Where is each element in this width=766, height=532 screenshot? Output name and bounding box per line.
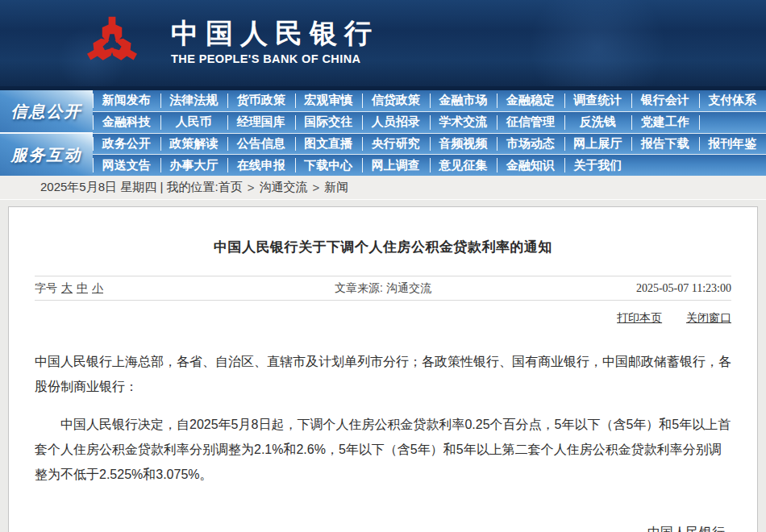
nav-item[interactable]: 金融稳定 — [497, 90, 564, 111]
nav-item[interactable]: 反洗钱 — [564, 112, 632, 133]
nav-item[interactable]: 金融市场 — [430, 90, 497, 111]
nav-item[interactable]: 支付体系 — [699, 90, 766, 111]
nav-item[interactable]: 人民币 — [160, 112, 228, 133]
nav-row-3: 政务公开 政策解读 公告信息 图文直播 央行研究 音频视频 市场动态 网上展厅 … — [93, 134, 766, 155]
nav-item[interactable]: 音频视频 — [430, 134, 497, 155]
nav-item[interactable]: 图文直播 — [295, 134, 363, 155]
nav-item[interactable]: 金融科技 — [93, 112, 160, 133]
breadcrumb-prefix: 2025年5月8日 星期四 | 我的位置: — [40, 180, 219, 195]
nav-item[interactable]: 金融知识 — [497, 155, 564, 176]
nav-item[interactable]: 公告信息 — [227, 134, 295, 155]
brand-block: 中国人民银行 THE PEOPLE'S BANK OF CHINA — [171, 19, 379, 65]
nav-empty-cell — [699, 155, 766, 176]
article-datetime: 2025-05-07 11:23:00 — [527, 282, 731, 295]
bank-name-en: THE PEOPLE'S BANK OF CHINA — [171, 52, 379, 65]
nav-menu-grid: 新闻发布 法律法规 货币政策 宏观审慎 信贷政策 金融市场 金融稳定 调查统计 … — [93, 90, 766, 176]
bank-name-zh: 中国人民银行 — [171, 19, 379, 48]
nav-item[interactable]: 网上调查 — [362, 155, 430, 176]
nav-item[interactable]: 关于我们 — [564, 155, 632, 176]
nav-section-service-interaction[interactable]: 服务互动 — [0, 134, 93, 176]
nav-empty-cell — [631, 155, 699, 176]
nav-item[interactable]: 政务公开 — [93, 134, 160, 155]
nav-item[interactable]: 宏观审慎 — [295, 90, 363, 111]
page-title: 中国人民银行关于下调个人住房公积金贷款利率的通知 — [35, 207, 731, 256]
nav-item[interactable]: 法律法规 — [160, 90, 228, 111]
breadcrumb: 2025年5月8日 星期四 | 我的位置:首页>沟通交流>新闻 — [0, 176, 766, 200]
font-size-large-button[interactable]: 大 — [61, 281, 73, 296]
breadcrumb-separator: > — [243, 181, 260, 194]
nav-item[interactable]: 政策解读 — [160, 134, 228, 155]
nav-item[interactable]: 办事大厅 — [160, 155, 228, 176]
pboc-logo-icon — [84, 15, 140, 72]
font-size-label: 字号 — [35, 281, 57, 296]
site-header: 中国人民银行 THE PEOPLE'S BANK OF CHINA — [0, 0, 766, 86]
nav-item[interactable]: 经理国库 — [227, 112, 295, 133]
article-source: 文章来源: 沟通交流 — [239, 281, 527, 296]
nav-item[interactable]: 新闻发布 — [93, 90, 160, 111]
breadcrumb-link-home[interactable]: 首页 — [219, 180, 243, 195]
font-size-small-button[interactable]: 小 — [92, 281, 103, 296]
nav-item[interactable]: 信贷政策 — [362, 90, 430, 111]
article-container: 中国人民银行关于下调个人住房公积金贷款利率的通知 字号 大 中 小 文章来源: … — [8, 206, 758, 532]
nav-row-4: 网送文告 办事大厅 在线申报 下载中心 网上调查 意见征集 金融知识 关于我们 — [93, 155, 766, 176]
article-meta-row: 字号 大 中 小 文章来源: 沟通交流 2025-05-07 11:23:00 — [35, 276, 731, 301]
nav-item[interactable]: 征信管理 — [497, 112, 564, 133]
nav-item[interactable]: 在线申报 — [227, 155, 295, 176]
nav-item[interactable]: 央行研究 — [362, 134, 430, 155]
nav-item[interactable]: 调查统计 — [564, 90, 632, 111]
main-navigation: 信息公开 服务互动 新闻发布 法律法规 货币政策 宏观审慎 信贷政策 金融市场 … — [0, 90, 766, 176]
breadcrumb-link-communication[interactable]: 沟通交流 — [259, 180, 307, 195]
article-paragraph: 中国人民银行上海总部，各省、自治区、直辖市及计划单列市分行；各政策性银行、国有商… — [35, 349, 731, 399]
signature-name: 中国人民银行 — [35, 520, 731, 532]
nav-item[interactable]: 党建工作 — [631, 112, 699, 133]
nav-item[interactable]: 银行会计 — [631, 90, 699, 111]
nav-item[interactable]: 意见征集 — [430, 155, 497, 176]
font-size-controls: 字号 大 中 小 — [35, 281, 239, 296]
print-page-button[interactable]: 打印本页 — [617, 311, 662, 324]
nav-item[interactable]: 网上展厅 — [564, 134, 632, 155]
nav-row-2: 金融科技 人民币 经理国库 国际交往 人员招录 学术交流 征信管理 反洗钱 党建… — [93, 112, 766, 133]
nav-item[interactable]: 学术交流 — [430, 112, 497, 133]
nav-sidebar: 信息公开 服务互动 — [0, 90, 93, 176]
breadcrumb-link-news[interactable]: 新闻 — [324, 180, 348, 195]
nav-item[interactable]: 报告下载 — [631, 134, 699, 155]
nav-item[interactable]: 下载中心 — [295, 155, 363, 176]
nav-item[interactable]: 国际交往 — [295, 112, 363, 133]
nav-item[interactable]: 网送文告 — [93, 155, 160, 176]
article-actions: 打印本页 关闭窗口 — [35, 311, 731, 326]
article-paragraph: 中国人民银行决定，自2025年5月8日起，下调个人住房公积金贷款利率0.25个百… — [35, 412, 731, 487]
nav-section-info-disclosure[interactable]: 信息公开 — [0, 90, 93, 132]
nav-row-1: 新闻发布 法律法规 货币政策 宏观审慎 信贷政策 金融市场 金融稳定 调查统计 … — [93, 90, 766, 111]
font-size-medium-button[interactable]: 中 — [77, 281, 88, 296]
article-body: 中国人民银行上海总部，各省、自治区、直辖市及计划单列市分行；各政策性银行、国有商… — [35, 349, 731, 532]
close-window-button[interactable]: 关闭窗口 — [686, 311, 731, 324]
nav-empty-cell — [699, 112, 766, 133]
nav-item[interactable]: 市场动态 — [497, 134, 564, 155]
nav-item[interactable]: 报刊年鉴 — [699, 134, 766, 155]
breadcrumb-separator: > — [307, 181, 324, 194]
nav-item[interactable]: 人员招录 — [362, 112, 430, 133]
nav-item[interactable]: 货币政策 — [227, 90, 295, 111]
